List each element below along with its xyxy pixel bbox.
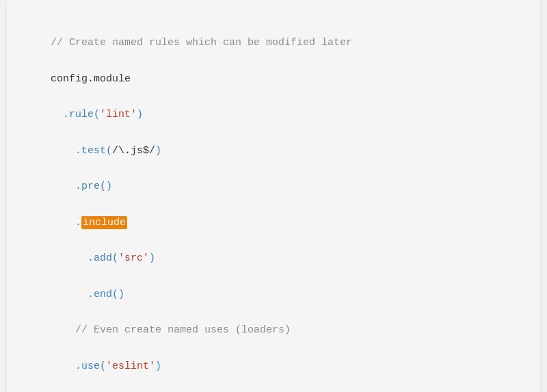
- object-config: config.module: [51, 73, 131, 85]
- indent-5: [51, 217, 75, 228]
- indent-3: [51, 145, 75, 157]
- dot-before-include: .: [75, 217, 81, 228]
- method-pre: .pre(): [75, 181, 112, 192]
- code-block: // Create named rules which can be modif…: [26, 16, 521, 392]
- indent-8: [51, 324, 75, 336]
- method-end: .end(): [88, 289, 124, 300]
- indent-2: [51, 109, 63, 120]
- indent-6: [51, 252, 88, 264]
- method-test: .test(/\.js$/): [75, 145, 161, 157]
- method-use: .use('eslint'): [75, 361, 161, 372]
- code-container: // Create named rules which can be modif…: [7, 0, 540, 392]
- indent-7: [51, 289, 88, 300]
- comment-line-1: // Create named rules which can be modif…: [51, 37, 352, 49]
- indent-4: [51, 181, 75, 192]
- method-rule: .rule('lint'): [63, 109, 143, 120]
- method-add: .add('src'): [88, 252, 155, 264]
- comment-line-2: // Even create named uses (loaders): [75, 324, 291, 336]
- indent-9: [51, 361, 75, 372]
- highlight-include: include: [81, 216, 127, 229]
